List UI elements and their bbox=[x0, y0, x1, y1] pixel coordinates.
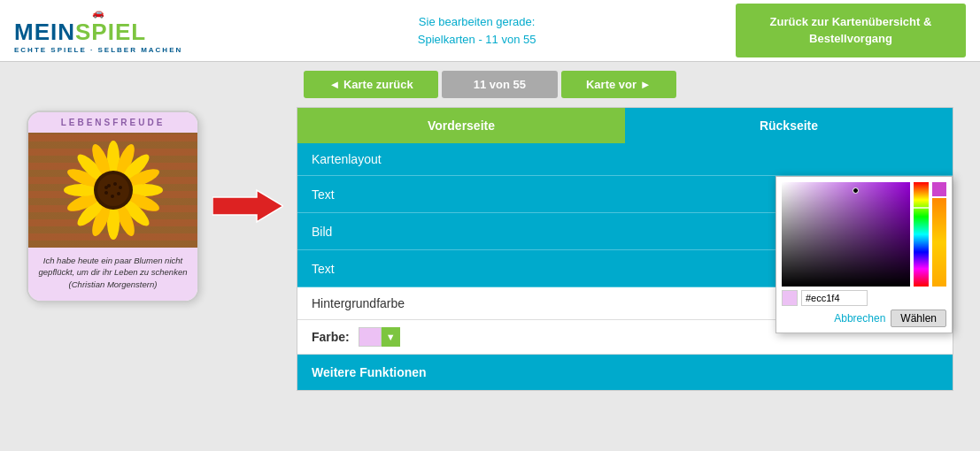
hex-input[interactable] bbox=[801, 290, 868, 306]
card-title: LEBENSFREUDE bbox=[28, 112, 197, 133]
hue-bar[interactable] bbox=[914, 182, 929, 287]
svg-point-23 bbox=[104, 191, 108, 195]
logo-tagline: ECHTE SPIELE · SELBER MACHEN bbox=[14, 46, 182, 54]
waehlen-button[interactable]: Wählen bbox=[891, 310, 946, 327]
hex-swatch bbox=[782, 290, 798, 306]
editing-value: Spielkarten - 11 von 55 bbox=[418, 33, 536, 46]
main-content: LEBENSFREUDE bbox=[0, 107, 980, 391]
svg-point-21 bbox=[117, 192, 120, 195]
hex-row bbox=[782, 290, 946, 306]
card-quote: Ich habe heute ein paar Blumen nicht gep… bbox=[28, 248, 197, 301]
svg-point-19 bbox=[113, 182, 117, 186]
picker-gradients bbox=[782, 182, 946, 287]
tabs: Vorderseite Rückseite bbox=[297, 108, 953, 143]
svg-point-17 bbox=[97, 174, 129, 206]
farbe-label: Farbe: bbox=[312, 330, 350, 344]
prev-card-button[interactable]: ◄ Karte zurück bbox=[304, 71, 437, 98]
header-middle: Sie bearbeiten gerade: Spielkarten - 11 … bbox=[218, 13, 736, 48]
current-card-indicator: 11 von 55 bbox=[442, 71, 558, 98]
farbe-swatch bbox=[359, 327, 382, 347]
tab-back[interactable]: Rückseite bbox=[625, 108, 953, 143]
gradient-square[interactable] bbox=[782, 182, 910, 287]
logo: 🚗 MEINSPIEL ECHTE SPIELE · SELBER MACHEN bbox=[14, 7, 182, 54]
back-overview-button[interactable]: Zurück zur Kartenübersicht & Bestellvorg… bbox=[736, 4, 966, 57]
tab-front[interactable]: Vorderseite bbox=[297, 108, 625, 143]
editing-label: Sie bearbeiten gerade: bbox=[419, 15, 536, 28]
arrow-area bbox=[208, 187, 288, 226]
abbrechen-button[interactable]: Abbrechen bbox=[834, 312, 885, 325]
picker-cursor bbox=[853, 187, 859, 194]
svg-point-20 bbox=[119, 186, 122, 189]
next-card-button[interactable]: Karte vor ► bbox=[561, 71, 676, 98]
right-panel: Vorderseite Rückseite Kartenlayout Text … bbox=[297, 107, 953, 391]
card-image bbox=[28, 133, 197, 248]
farbe-swatch-group[interactable]: ▼ bbox=[359, 327, 400, 347]
svg-point-22 bbox=[111, 195, 114, 198]
menu-item-kartenlayout[interactable]: Kartenlayout bbox=[297, 143, 953, 176]
picker-actions: Abbrechen Wählen bbox=[782, 310, 946, 327]
hintergrund-label: Hintergrundfarbe bbox=[312, 296, 405, 310]
weitere-funktionen-button[interactable]: Weitere Funktionen bbox=[297, 355, 953, 390]
svg-marker-25 bbox=[212, 190, 283, 222]
logo-spiel: SPIEL bbox=[75, 19, 146, 46]
farbe-dropdown-button[interactable]: ▼ bbox=[382, 327, 400, 347]
header: 🚗 MEINSPIEL ECHTE SPIELE · SELBER MACHEN… bbox=[0, 0, 980, 62]
nav-bar: ◄ Karte zurück 11 von 55 Karte vor ► bbox=[0, 62, 980, 107]
color-picker-popup: Abbrechen Wählen bbox=[776, 176, 953, 333]
logo-mein: MEIN bbox=[14, 19, 75, 46]
svg-point-24 bbox=[104, 186, 108, 189]
card-preview: LEBENSFREUDE bbox=[27, 111, 199, 302]
